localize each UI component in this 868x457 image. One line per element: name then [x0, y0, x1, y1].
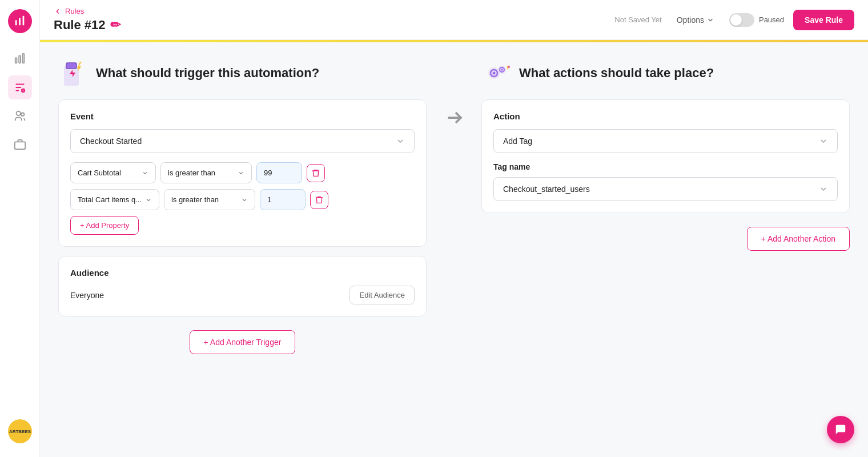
filter-row-1: Cart Subtotal is greater than — [70, 162, 415, 183]
action-label: Action — [493, 111, 838, 121]
tag-name-value: Checkout_started_users — [503, 185, 590, 194]
audience-value: Everyone — [70, 291, 104, 300]
page-content: What should trigger this automation? Eve… — [40, 42, 868, 457]
action-column: What actions should take place? Action A… — [481, 58, 850, 251]
trigger-column: What should trigger this automation? Eve… — [58, 58, 427, 354]
svg-point-7 — [16, 111, 20, 115]
svg-rect-0 — [15, 20, 17, 25]
sidebar-item-audience[interactable] — [8, 104, 32, 128]
trigger-icon — [58, 58, 88, 88]
svg-rect-2 — [22, 16, 24, 26]
event-value: Checkout Started — [80, 137, 142, 146]
event-dropdown[interactable]: Checkout Started — [70, 129, 415, 153]
sidebar-item-rules[interactable] — [8, 75, 32, 99]
app-logo[interactable] — [8, 9, 32, 33]
arrow-separator — [440, 58, 468, 131]
svg-point-18 — [508, 66, 510, 68]
svg-rect-10 — [66, 63, 77, 69]
add-property-button[interactable]: + Add Property — [70, 216, 139, 235]
trigger-section-header: What should trigger this automation? — [58, 58, 427, 88]
filter-row-2: Total Cart items q... is greater than — [70, 189, 415, 210]
save-rule-button[interactable]: Save Rule — [793, 10, 854, 30]
svg-rect-1 — [19, 18, 21, 26]
svg-point-8 — [21, 113, 24, 117]
filter1-operator-select[interactable]: is greater than — [160, 162, 252, 183]
rule-title: Rule #12 — [54, 18, 106, 33]
breadcrumb-label: Rules — [65, 7, 84, 15]
sidebar-item-analytics[interactable] — [8, 47, 32, 71]
options-button[interactable]: Options — [671, 12, 720, 28]
filter2-operator-select[interactable]: is greater than — [164, 189, 255, 210]
pause-toggle[interactable] — [729, 13, 754, 27]
svg-rect-3 — [15, 58, 17, 63]
add-action-area: + Add Another Action — [481, 222, 850, 251]
trigger-section-title: What should trigger this automation? — [96, 66, 319, 81]
tag-name-label: Tag name — [493, 162, 838, 171]
event-label: Event — [70, 111, 415, 121]
header-left: Rules Rule #12 ✏ — [54, 7, 120, 33]
audience-card: Audience Everyone Edit Audience — [58, 256, 427, 316]
filter2-delete-button[interactable] — [310, 191, 328, 209]
main-content: Rules Rule #12 ✏ Not Saved Yet Options P… — [40, 0, 868, 457]
action-value: Add Tag — [503, 137, 532, 146]
svg-rect-4 — [19, 56, 21, 63]
pause-toggle-wrap: Paused — [729, 13, 784, 27]
svg-rect-5 — [22, 54, 24, 63]
action-icon — [481, 58, 511, 88]
action-section-header: What actions should take place? — [481, 58, 850, 88]
edit-audience-button[interactable]: Edit Audience — [349, 286, 415, 304]
filter1-value-input[interactable] — [256, 162, 302, 183]
add-trigger-area: + Add Another Trigger — [58, 330, 427, 354]
toggle-knob — [730, 14, 742, 26]
artbees-logo: ARTBEES — [8, 419, 32, 443]
audience-row: Everyone Edit Audience — [70, 286, 415, 304]
page-header: Rules Rule #12 ✏ Not Saved Yet Options P… — [40, 0, 868, 40]
svg-point-14 — [493, 72, 496, 75]
rule-title-area: Rule #12 ✏ — [54, 18, 120, 33]
tag-name-dropdown[interactable]: Checkout_started_users — [493, 177, 838, 201]
save-status: Not Saved Yet — [614, 15, 661, 24]
svg-rect-9 — [64, 66, 79, 86]
edit-rule-icon[interactable]: ✏ — [110, 18, 120, 33]
breadcrumb[interactable]: Rules — [54, 7, 120, 15]
filter1-property-select[interactable]: Cart Subtotal — [70, 162, 156, 183]
chat-button[interactable] — [827, 416, 854, 443]
action-section-title: What actions should take place? — [519, 66, 714, 81]
svg-point-17 — [501, 69, 503, 71]
sidebar-item-products[interactable] — [8, 133, 32, 157]
two-column-layout: What should trigger this automation? Eve… — [58, 58, 850, 354]
add-another-trigger-button[interactable]: + Add Another Trigger — [190, 330, 296, 354]
add-another-action-button[interactable]: + Add Another Action — [747, 227, 850, 251]
header-right: Not Saved Yet Options Paused Save Rule — [614, 10, 854, 30]
sidebar: ARTBEES — [0, 0, 40, 457]
filter2-value-input[interactable] — [260, 189, 306, 210]
filter1-delete-button[interactable] — [307, 164, 325, 182]
arrow-icon — [440, 104, 468, 131]
event-card: Event Checkout Started Cart Subtotal is … — [58, 99, 427, 247]
toggle-label: Paused — [759, 15, 784, 24]
audience-label: Audience — [70, 268, 415, 278]
filter2-property-select[interactable]: Total Cart items q... — [70, 189, 159, 210]
action-card: Action Add Tag Tag name Checkout_started… — [481, 99, 850, 213]
action-dropdown[interactable]: Add Tag — [493, 129, 838, 153]
